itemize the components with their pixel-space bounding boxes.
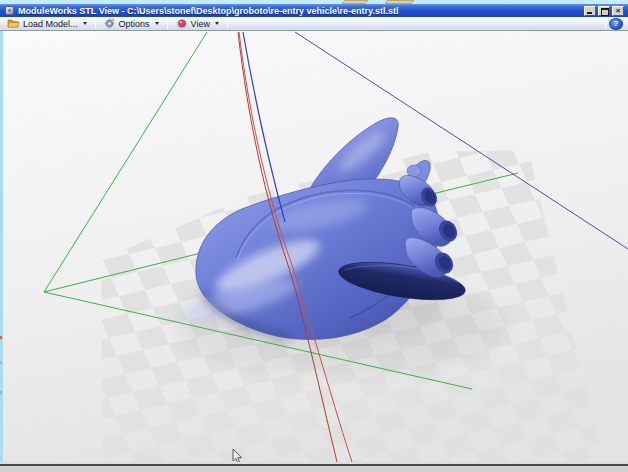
stl-3d-viewport[interactable] [3,31,628,462]
chevron-down-icon[interactable] [155,22,159,25]
maximize-button[interactable] [598,6,610,16]
options-button[interactable]: Options [99,18,164,30]
toolbar-separator [227,18,228,29]
toolbar-separator [95,18,96,29]
toolbar-separator [605,18,606,29]
toolbar-separator [167,18,168,29]
window-title: ModuleWorks STL View - C:\Users\stonef\D… [18,6,584,16]
window-left-border [0,31,3,466]
gear-icon [104,18,116,29]
titlebar[interactable]: ModuleWorks STL View - C:\Users\stonef\D… [0,4,628,17]
help-button[interactable]: ? [609,18,623,30]
moduleworks-stl-view-window: ModuleWorks STL View - C:\Users\stonef\D… [0,0,628,472]
window-bottom-border [0,466,628,472]
chevron-down-icon[interactable] [83,22,87,25]
view-button[interactable]: View [171,18,224,30]
background-speck [0,336,2,339]
load-model-button[interactable]: Load Model... [2,18,92,30]
toolbar: Load Model... Options [0,17,628,31]
view-label: View [191,19,210,29]
options-label: Options [119,19,150,29]
background-speck [0,361,2,364]
scene-view-icon [176,18,188,29]
folder-open-icon [7,18,20,29]
load-model-label: Load Model... [23,19,78,29]
chevron-down-icon[interactable] [215,22,219,25]
app-icon [5,6,14,15]
window-controls: × [584,6,624,16]
close-button[interactable]: × [612,6,624,16]
minimize-button[interactable] [584,6,596,16]
background-speck [0,391,2,394]
